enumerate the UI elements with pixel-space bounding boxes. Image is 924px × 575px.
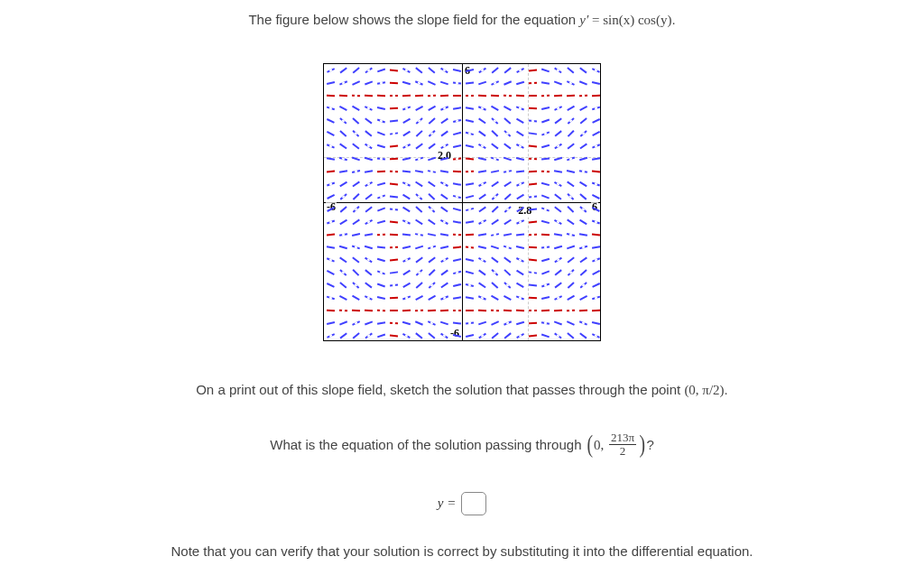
- slope-segment: [339, 321, 347, 326]
- slope-segment: [503, 310, 511, 311]
- slope-segment: [327, 270, 335, 274]
- slope-segment: [428, 206, 435, 212]
- slope-segment: [541, 246, 549, 249]
- slope-segment: [578, 233, 587, 236]
- slope-segment: [377, 208, 385, 212]
- slope-segment: [516, 182, 524, 187]
- question-suffix: ?: [646, 437, 653, 452]
- slope-segment: [591, 296, 599, 300]
- slope-segment: [389, 95, 397, 97]
- slope-segment: [567, 181, 574, 187]
- slope-segment: [389, 297, 397, 299]
- slope-segment: [427, 95, 435, 97]
- slope-segment: [352, 106, 360, 111]
- slope-segment: [541, 132, 550, 136]
- slope-segment: [528, 322, 536, 324]
- slope-segment: [478, 333, 485, 339]
- slope-segment: [491, 333, 498, 339]
- slope-segment: [504, 257, 511, 264]
- slope-segment: [477, 321, 485, 325]
- slope-segment: [352, 295, 360, 301]
- slope-segment: [579, 283, 587, 289]
- slope-segment: [452, 220, 460, 223]
- slope-segment: [541, 81, 549, 84]
- slope-segment: [578, 170, 587, 172]
- slope-segment: [541, 234, 549, 236]
- slope-segment: [491, 193, 498, 199]
- slope-segment: [491, 117, 498, 124]
- slope-segment: [440, 131, 448, 136]
- slope-segment: [504, 269, 511, 275]
- slope-segment: [326, 171, 334, 172]
- slope-segment: [567, 193, 574, 199]
- slope-segment: [465, 107, 473, 110]
- slope-segment: [427, 170, 435, 172]
- slope-segment: [477, 171, 485, 173]
- slope-segment: [327, 283, 335, 287]
- slope-segment: [428, 68, 435, 74]
- slope-segment: [452, 310, 460, 311]
- slope-segment: [477, 95, 485, 97]
- slope-segment: [515, 171, 523, 173]
- slope-segment: [339, 257, 346, 263]
- slope-segment: [579, 144, 587, 149]
- slope-segment: [351, 310, 359, 311]
- slope-segment: [541, 321, 549, 324]
- slope-segment: [465, 234, 473, 236]
- slope-segment: [428, 106, 436, 111]
- slope-segment: [541, 271, 550, 275]
- slope-segment: [415, 282, 422, 288]
- slope-segment: [515, 310, 523, 311]
- slope-segment: [326, 296, 334, 300]
- slope-segment: [389, 196, 397, 199]
- answer-row: y =: [438, 492, 487, 515]
- answer-input[interactable]: [461, 492, 486, 515]
- slope-segment: [528, 133, 536, 135]
- slope-segment: [351, 95, 359, 97]
- slope-segment: [364, 234, 372, 236]
- rparen-icon: ): [639, 424, 645, 465]
- slope-segment: [376, 334, 384, 338]
- slope-segment: [339, 295, 347, 300]
- slope-segment: [504, 219, 511, 225]
- slope-segment: [428, 257, 435, 264]
- slope-segment: [591, 95, 599, 97]
- slope-segment: [592, 258, 600, 263]
- slope-segment: [516, 296, 524, 301]
- slope-segment: [415, 106, 423, 111]
- slope-segment: [338, 170, 346, 172]
- slope-segment: [567, 80, 575, 85]
- slope-segment: [389, 82, 397, 84]
- slope-segment: [415, 333, 422, 339]
- slope-segment: [465, 132, 473, 135]
- slope-segment: [365, 68, 372, 73]
- slope-segment: [427, 233, 435, 236]
- slope-segment: [465, 283, 473, 287]
- slope-segment: [579, 333, 587, 339]
- slope-segment: [478, 283, 485, 288]
- slope-segment: [327, 333, 335, 338]
- slope-segment: [415, 295, 423, 301]
- slope-segment: [428, 80, 436, 85]
- slope-segment: [402, 68, 411, 73]
- axis-label-y-interior: 2.0: [437, 149, 452, 162]
- slope-segment: [465, 82, 473, 85]
- slope-segment: [415, 257, 422, 264]
- slope-segment: [389, 120, 397, 123]
- slope-segment: [351, 170, 359, 172]
- intro-suffix: .: [671, 12, 675, 27]
- slope-segment: [491, 282, 498, 288]
- slope-segment: [541, 258, 549, 262]
- slope-segment: [579, 257, 587, 263]
- slope-segment: [554, 257, 561, 263]
- slope-segment: [541, 69, 549, 72]
- slope-segment: [504, 333, 511, 339]
- slope-segment: [389, 322, 397, 324]
- slope-segment: [554, 207, 561, 213]
- slope-segment: [428, 282, 435, 288]
- slope-segment: [338, 310, 346, 311]
- slope-segment: [452, 132, 460, 135]
- slope-segment: [376, 81, 384, 84]
- slope-segment: [327, 194, 335, 199]
- slope-segment: [414, 95, 422, 97]
